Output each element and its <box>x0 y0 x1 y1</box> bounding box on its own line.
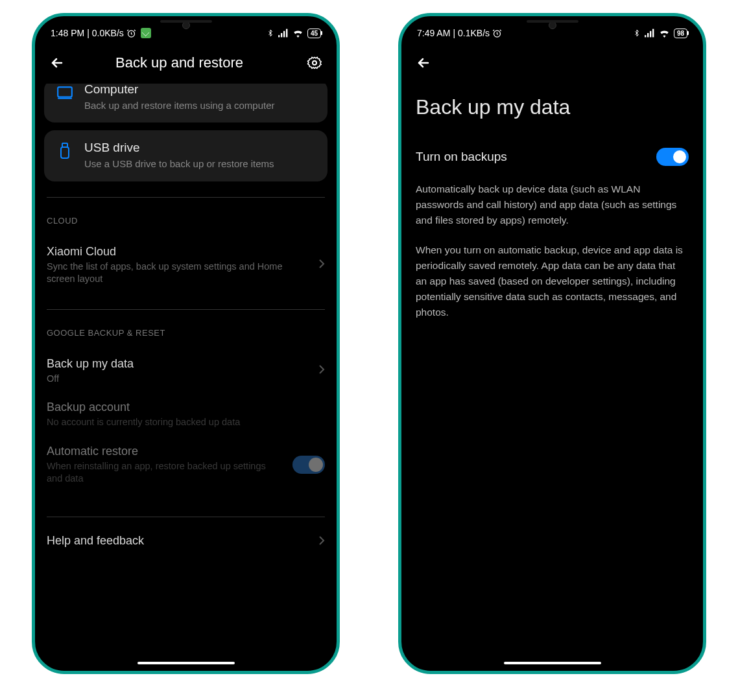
signal-icon <box>645 29 655 38</box>
status-divider: | <box>87 28 89 38</box>
content-area: Back up my data Turn on backups Automati… <box>401 76 703 334</box>
svg-rect-7 <box>61 147 69 158</box>
toggle-automatic-restore[interactable] <box>292 456 325 474</box>
app-header: Back up and restore <box>35 42 337 84</box>
home-indicator[interactable] <box>137 662 235 664</box>
row-title: Backup account <box>47 401 325 414</box>
battery-indicator: 45 <box>307 29 321 38</box>
toggle-label: Turn on backups <box>416 150 507 164</box>
section-label-cloud: CLOUD <box>44 207 327 237</box>
card-subtitle: Back up and restore items using a comput… <box>84 99 316 112</box>
card-title: USB drive <box>84 141 316 155</box>
svg-point-5 <box>313 61 316 65</box>
section-label-google: GOOGLE BACKUP & RESET <box>44 319 327 349</box>
row-title: Back up my data <box>47 357 309 371</box>
svg-rect-2 <box>281 33 282 37</box>
svg-rect-3 <box>283 31 285 38</box>
home-indicator[interactable] <box>504 662 601 664</box>
row-automatic-restore: Automatic restore When reinstalling an a… <box>44 437 327 493</box>
card-subtitle: Use a USB drive to back up or restore it… <box>84 158 316 170</box>
svg-rect-11 <box>647 33 649 37</box>
divider <box>47 309 325 310</box>
description-paragraph-2: When you turn on automatic backup, devic… <box>411 242 694 334</box>
chevron-right-icon <box>318 535 325 548</box>
usb-icon <box>56 142 74 160</box>
row-title: Help and feedback <box>47 534 309 548</box>
row-subtitle: Sync the list of apps, back up system se… <box>47 261 309 286</box>
content-area: Computer Back up and restore items using… <box>35 84 337 557</box>
bluetooth-icon <box>267 29 274 38</box>
row-xiaomi-cloud[interactable]: Xiaomi Cloud Sync the list of apps, back… <box>44 237 327 294</box>
back-button[interactable] <box>48 54 66 72</box>
phone-left: 1:48 PM | 0.0KB/s 45 Back up and resto <box>32 13 340 674</box>
row-subtitle: Off <box>47 373 309 386</box>
settings-button[interactable] <box>305 54 324 72</box>
row-backup-account[interactable]: Backup account No account is currently s… <box>44 393 327 437</box>
computer-icon <box>56 84 74 102</box>
svg-rect-4 <box>286 29 287 38</box>
card-computer[interactable]: Computer Back up and restore items using… <box>44 84 327 122</box>
svg-rect-10 <box>645 35 646 37</box>
signal-icon <box>278 29 289 38</box>
bluetooth-icon <box>633 29 641 38</box>
card-title: Computer <box>84 84 316 97</box>
page-title: Back up and restore <box>66 54 292 71</box>
divider <box>47 517 325 517</box>
row-backup-my-data[interactable]: Back up my data Off <box>44 349 327 393</box>
chevron-right-icon <box>318 259 325 272</box>
wifi-icon <box>292 29 304 38</box>
svg-rect-1 <box>278 35 280 37</box>
app-header <box>401 42 703 76</box>
chevron-right-icon <box>318 364 325 377</box>
divider <box>47 197 325 198</box>
back-button[interactable] <box>414 54 433 72</box>
row-subtitle: When reinstalling an app, restore backed… <box>47 460 283 485</box>
status-divider: | <box>453 28 455 38</box>
notch <box>494 16 611 34</box>
row-title: Automatic restore <box>47 445 283 458</box>
row-subtitle: No account is currently storing backed u… <box>47 416 325 429</box>
svg-rect-12 <box>650 31 651 38</box>
row-help-feedback[interactable]: Help and feedback <box>44 526 327 557</box>
status-speed: 0.0KB/s <box>92 28 124 38</box>
status-speed: 0.1KB/s <box>458 28 490 38</box>
row-title: Xiaomi Cloud <box>47 245 309 259</box>
svg-rect-13 <box>652 29 654 38</box>
status-time: 7:49 AM <box>417 28 450 38</box>
wifi-icon <box>659 29 670 38</box>
row-turn-on-backups: Turn on backups <box>411 143 694 181</box>
card-usb[interactable]: USB drive Use a USB drive to back up or … <box>44 130 327 181</box>
toggle-turn-on-backups[interactable] <box>656 148 689 166</box>
description-paragraph-1: Automatically back up device data (such … <box>411 181 694 242</box>
phone-right: 7:49 AM | 0.1KB/s 98 Back up my data <box>398 13 706 674</box>
svg-rect-6 <box>58 87 72 97</box>
battery-indicator: 98 <box>674 29 687 38</box>
page-title: Back up my data <box>411 76 694 143</box>
svg-rect-8 <box>62 143 67 147</box>
status-time: 1:48 PM <box>51 28 84 38</box>
